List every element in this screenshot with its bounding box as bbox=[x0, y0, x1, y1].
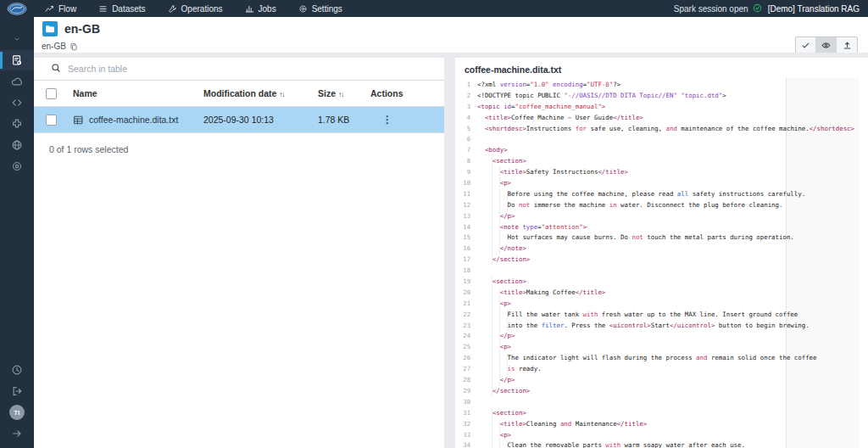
code-line: 29 </section> bbox=[455, 386, 860, 397]
line-number: 1 bbox=[455, 80, 477, 91]
line-number: 32 bbox=[455, 419, 477, 430]
sidebar: TI bbox=[0, 0, 34, 448]
line-number: 33 bbox=[455, 430, 477, 441]
code-line: 11 Before using the coffee machine, plea… bbox=[455, 189, 860, 200]
sidebar-item-history[interactable] bbox=[0, 360, 34, 380]
line-number: 28 bbox=[455, 375, 477, 386]
indent-guide bbox=[492, 386, 492, 397]
col-header-name[interactable]: Name bbox=[73, 88, 203, 98]
confirm-button[interactable] bbox=[796, 37, 816, 53]
sidebar-item-globe[interactable] bbox=[0, 135, 34, 155]
sidebar-item-caret-down[interactable] bbox=[0, 29, 34, 49]
code-editor[interactable]: 1<?xml version="1.0" encoding="UTF-8"?>2… bbox=[455, 78, 868, 448]
indent-guide bbox=[492, 189, 492, 200]
panel-gutter[interactable] bbox=[444, 58, 455, 448]
preview-button[interactable] bbox=[816, 37, 837, 53]
breadcrumb[interactable]: en-GB bbox=[42, 42, 66, 51]
datasets-icon bbox=[98, 4, 108, 14]
plugin-icon bbox=[11, 118, 23, 130]
search-icon bbox=[51, 61, 61, 76]
indent-guide bbox=[492, 178, 492, 189]
sidebar-item-gear[interactable] bbox=[0, 156, 34, 176]
indent-guide bbox=[499, 288, 500, 299]
sidebar-item-signout[interactable] bbox=[0, 381, 34, 401]
nav-datasets[interactable]: Datasets bbox=[87, 0, 156, 17]
app-logo-icon bbox=[7, 3, 27, 15]
nav-flow[interactable]: Flow bbox=[34, 0, 87, 17]
code-line: 17 </section> bbox=[455, 255, 860, 266]
indent-guide bbox=[492, 277, 492, 288]
table-row[interactable]: coffee-machine.dita.txt2025-09-30 10:131… bbox=[34, 107, 444, 133]
table-grid-icon bbox=[73, 115, 84, 126]
nav-operations[interactable]: Operations bbox=[157, 0, 234, 17]
indent-guide bbox=[499, 211, 500, 222]
code-line: 7 <body> bbox=[455, 145, 860, 156]
breadcrumb-bar: en-GB bbox=[34, 40, 868, 53]
indent-guide bbox=[492, 310, 492, 321]
topbar-right: Spark session open [Demo] Translation RA… bbox=[674, 3, 868, 14]
project-name[interactable]: [Demo] Translation RAG bbox=[768, 4, 860, 14]
nav-label: Operations bbox=[181, 4, 223, 14]
line-number: 11 bbox=[455, 189, 477, 200]
nav-settings[interactable]: Settings bbox=[287, 0, 353, 17]
code-line: 23 into the filter. Press the <uicontrol… bbox=[455, 321, 860, 332]
preview-toolbar bbox=[795, 36, 858, 53]
user-avatar[interactable]: TI bbox=[0, 402, 34, 423]
row-actions-menu[interactable]: ⋮ bbox=[370, 114, 432, 126]
gear-icon bbox=[11, 160, 23, 172]
code-line: 26 The indicator light will flash during… bbox=[455, 353, 860, 364]
code-line: 12 Do not immerse the machine in water. … bbox=[455, 200, 860, 211]
sidebar-item-plugin[interactable] bbox=[0, 114, 34, 134]
sidebar-item-dataset-doc[interactable] bbox=[0, 50, 34, 70]
check-icon bbox=[801, 41, 810, 50]
caret-down-icon bbox=[13, 35, 21, 43]
upload-button[interactable] bbox=[837, 37, 857, 53]
sidebar-item-expand[interactable] bbox=[0, 423, 34, 444]
line-number: 18 bbox=[455, 266, 477, 277]
line-number: 29 bbox=[455, 386, 477, 397]
code-line: 34 Clean the removable parts with warm s… bbox=[455, 440, 860, 448]
code-line: 1<?xml version="1.0" encoding="UTF-8"?> bbox=[455, 80, 860, 91]
indent-guide bbox=[507, 321, 508, 332]
code-line: 25 <p> bbox=[455, 342, 860, 353]
sidebar-item-cloud[interactable] bbox=[0, 71, 34, 92]
copy-icon[interactable] bbox=[70, 42, 78, 51]
code-line: 18 bbox=[455, 266, 860, 277]
nav-jobs[interactable]: Jobs bbox=[234, 0, 287, 17]
indent-guide bbox=[492, 375, 492, 386]
indent-guide bbox=[499, 375, 500, 386]
file-size: 1.78 KB bbox=[318, 115, 370, 125]
code-line: 20 <title>Making Coffee</title> bbox=[455, 288, 860, 299]
sidebar-item-code[interactable] bbox=[0, 92, 34, 113]
indent-guide bbox=[492, 353, 492, 364]
row-checkbox[interactable] bbox=[46, 115, 57, 126]
line-number: 13 bbox=[455, 211, 477, 222]
line-number: 16 bbox=[455, 244, 477, 255]
indent-guide bbox=[499, 430, 500, 441]
avatar-initials: TI bbox=[9, 405, 25, 420]
code-line: 15 Hot surfaces may cause burns. Do not … bbox=[455, 232, 860, 244]
indent-guide bbox=[492, 244, 492, 255]
app-logo[interactable] bbox=[0, 0, 34, 17]
jobs-icon bbox=[245, 4, 254, 14]
select-all-checkbox[interactable] bbox=[46, 88, 57, 99]
managed-folder-icon bbox=[42, 21, 58, 36]
code-line: 31 <section> bbox=[455, 408, 860, 419]
indent-guide bbox=[499, 200, 500, 211]
line-number: 21 bbox=[455, 299, 477, 310]
file-name: coffee-machine.dita.txt bbox=[89, 115, 178, 125]
search-input[interactable] bbox=[68, 64, 237, 74]
indent-guide bbox=[492, 321, 492, 332]
col-header-modification-date[interactable]: Modification date↑↓ bbox=[203, 88, 318, 98]
indent-guide bbox=[499, 244, 500, 255]
history-icon bbox=[11, 364, 23, 376]
topbar: FlowDatasetsOperationsJobsSettings Spark… bbox=[34, 0, 868, 17]
sort-icon: ↑↓ bbox=[279, 91, 284, 98]
indent-guide bbox=[492, 255, 492, 266]
indent-guide bbox=[492, 364, 492, 375]
line-number: 17 bbox=[455, 255, 477, 266]
page-title: en-GB bbox=[64, 22, 100, 36]
col-header-size[interactable]: Size↑↓ bbox=[318, 88, 370, 98]
code-line: 33 <p> bbox=[455, 430, 860, 441]
line-number: 5 bbox=[455, 124, 477, 135]
